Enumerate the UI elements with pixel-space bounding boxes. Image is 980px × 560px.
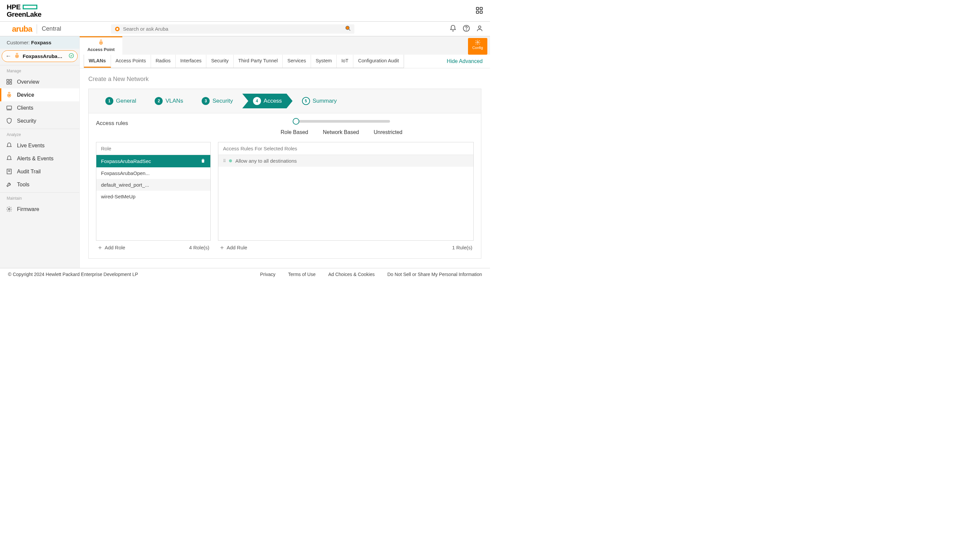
add-role-button[interactable]: Add Role [97, 245, 125, 250]
wizard-body: Access rules Role Based Network Based Un… [89, 113, 481, 258]
config-subnav: WLANs Access Points Radios Interfaces Se… [80, 55, 490, 68]
rules-list: ⠿ Allow any to all destinations [218, 155, 473, 240]
slider-thumb[interactable] [293, 118, 299, 125]
tab-security[interactable]: Security [206, 55, 233, 68]
role-row[interactable]: wired-SetMeUp [96, 191, 210, 202]
rule-status-dot [229, 159, 232, 162]
sidebar-item-label: Tools [17, 182, 29, 188]
search-icon[interactable] [345, 25, 351, 32]
global-search[interactable] [111, 24, 354, 34]
sidebar-item-security[interactable]: Security [0, 114, 79, 127]
sidebar-item-device[interactable]: Device [0, 88, 79, 101]
header-actions [449, 25, 483, 33]
footer-links: Privacy Terms of Use Ad Choices & Cookie… [260, 272, 482, 277]
tab-services[interactable]: Services [283, 55, 311, 68]
config-button[interactable]: Config [468, 38, 487, 55]
svg-rect-2 [476, 11, 479, 13]
svg-line-7 [349, 29, 350, 31]
svg-rect-16 [7, 82, 9, 84]
role-name: FoxpassArubaOpen... [101, 170, 150, 176]
nav-section-manage: Manage [0, 65, 79, 75]
access-point-icon [80, 39, 122, 47]
add-rule-button[interactable]: Add Rule [219, 245, 247, 250]
device-context-chip[interactable]: ← FoxpassArubaAP... [2, 50, 78, 62]
footer-do-not-sell-link[interactable]: Do Not Sell or Share My Personal Informa… [387, 272, 482, 277]
brand-hpe-text: HPE [7, 3, 21, 11]
slider-label-unrestricted: Unrestricted [374, 129, 402, 135]
sidebar-item-tools[interactable]: Tools [0, 178, 79, 191]
sidebar-item-live-events[interactable]: Live Events [0, 139, 79, 152]
wizard-step-security[interactable]: 3Security [192, 97, 242, 105]
tab-wlans[interactable]: WLANs [84, 55, 111, 68]
sidebar-item-label: Firmware [17, 206, 39, 212]
roles-panel: Role FoxpassArubaRadSec FoxpassArubaOpen… [96, 142, 211, 241]
sidebar-item-label: Alerts & Events [17, 156, 53, 162]
tab-iot[interactable]: IoT [337, 55, 353, 68]
apps-grid-icon[interactable] [475, 6, 483, 15]
audit-icon [6, 168, 12, 175]
sidebar-item-firmware[interactable]: Firmware [0, 203, 79, 216]
hpe-greenlake-logo: HPE GreenLake [7, 3, 41, 18]
sidebar-item-overview[interactable]: Overview [0, 75, 79, 88]
aruba-product-label: Central [42, 25, 61, 32]
main-area: Access Point Config WLANs Access Points … [80, 36, 490, 268]
role-row[interactable]: default_wired_port_... [96, 179, 210, 191]
nav-section-maintain: Maintain [0, 192, 79, 203]
svg-rect-17 [10, 82, 12, 84]
role-row[interactable]: FoxpassArubaOpen... [96, 167, 210, 179]
slider-track[interactable] [293, 120, 390, 123]
sidebar-item-label: Clients [17, 105, 33, 111]
customer-selector[interactable]: Customer: Foxpass [0, 36, 79, 49]
user-icon[interactable] [476, 25, 483, 33]
sidebar-item-label: Overview [17, 79, 39, 85]
bell-icon [6, 155, 12, 162]
rules-panel-footer: Add Rule 1 Rule(s) [218, 241, 474, 254]
tab-third-party-tunnel[interactable]: Third Party Tunnel [234, 55, 283, 68]
wizard-step-general[interactable]: 1General [96, 97, 145, 105]
svg-point-13 [69, 53, 73, 58]
svg-point-28 [477, 42, 479, 43]
svg-rect-15 [10, 79, 12, 81]
tab-system[interactable]: System [311, 55, 337, 68]
context-tabs-row: Access Point Config [80, 36, 490, 55]
tab-config-audit[interactable]: Configuration Audit [353, 55, 404, 68]
sidebar-item-alerts[interactable]: Alerts & Events [0, 152, 79, 165]
page-footer: © Copyright 2024 Hewlett Packard Enterpr… [0, 268, 490, 280]
tab-radios[interactable]: Radios [151, 55, 176, 68]
sidebar-item-label: Security [17, 118, 36, 124]
footer-privacy-link[interactable]: Privacy [260, 272, 275, 277]
help-icon[interactable] [463, 25, 470, 33]
access-rules-header: Access rules Role Based Network Based Un… [96, 120, 474, 135]
search-input[interactable] [123, 26, 342, 32]
brand-bar: HPE GreenLake [0, 0, 490, 22]
svg-rect-1 [480, 7, 482, 10]
back-arrow-icon[interactable]: ← [5, 53, 11, 60]
access-mode-slider[interactable]: Role Based Network Based Unrestricted [209, 120, 474, 135]
rules-panel: Access Rules For Selected Roles ⠿ Allow … [218, 142, 474, 241]
context-tab-access-point[interactable]: Access Point [80, 36, 122, 55]
footer-ads-link[interactable]: Ad Choices & Cookies [328, 272, 375, 277]
bell-icon [6, 142, 12, 149]
hide-advanced-link[interactable]: Hide Advanced [447, 58, 486, 64]
role-row[interactable]: FoxpassArubaRadSec [96, 155, 210, 167]
add-role-label: Add Role [105, 245, 125, 250]
roles-count: 4 Role(s) [189, 245, 209, 250]
drag-handle-icon[interactable]: ⠿ [223, 159, 226, 163]
tab-access-points[interactable]: Access Points [111, 55, 151, 68]
wizard-step-vlans[interactable]: 2VLANs [145, 97, 192, 105]
svg-rect-0 [476, 7, 479, 10]
notifications-icon[interactable] [449, 25, 457, 33]
rule-row[interactable]: ⠿ Allow any to all destinations [218, 155, 473, 167]
wizard-step-summary[interactable]: 5Summary [293, 97, 346, 105]
wizard-step-access[interactable]: 4Access [242, 94, 293, 108]
delete-role-icon[interactable] [200, 158, 206, 164]
sidebar-item-audit[interactable]: Audit Trail [0, 165, 79, 178]
tab-interfaces[interactable]: Interfaces [176, 55, 207, 68]
roles-list: FoxpassArubaRadSec FoxpassArubaOpen... d… [96, 155, 210, 240]
footer-terms-link[interactable]: Terms of Use [288, 272, 315, 277]
wizard-box: 1General 2VLANs 3Security 4Access 5Summa… [88, 89, 481, 259]
sidebar-item-clients[interactable]: Clients [0, 101, 79, 114]
rules-panel-header: Access Rules For Selected Roles [218, 142, 473, 155]
svg-rect-14 [7, 79, 9, 81]
search-brand-icon [114, 26, 120, 32]
